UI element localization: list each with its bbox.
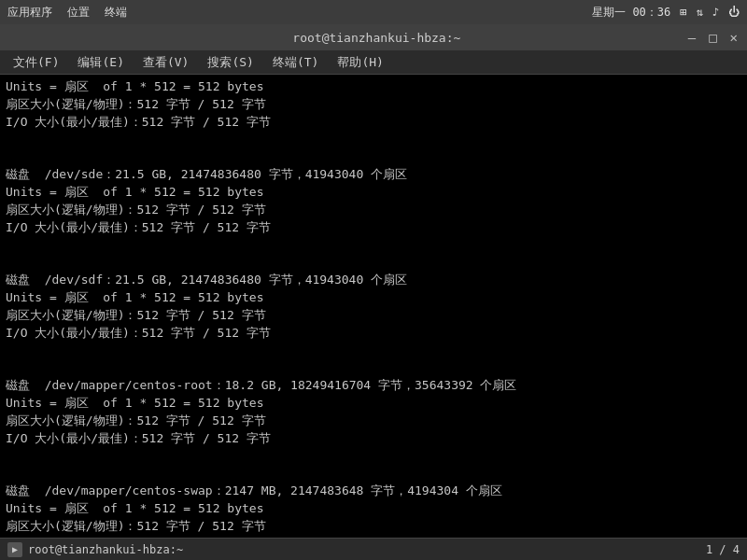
terminal-line: I/O 大小(最小/最佳)：512 字节 / 512 字节 [6,325,741,343]
menu-bar: 文件(F) 编辑(E) 查看(V) 搜索(S) 终端(T) 帮助(H) [0,50,747,75]
display-icon: ⊞ [680,6,686,19]
terminal-line: I/O 大小(最小/最佳)：512 字节 / 512 字节 [6,430,741,448]
menu-help[interactable]: 帮助(H) [330,52,390,73]
terminal-line: 扇区大小(逻辑/物理)：512 字节 / 512 字节 [6,202,741,219]
terminal-line: Units = 扇区 of 1 * 512 = 512 bytes [6,289,741,307]
terminal-line [6,360,741,378]
menu-search[interactable]: 搜索(S) [200,52,261,73]
terminal-line [6,237,741,255]
terminal-line: Units = 扇区 of 1 * 512 = 512 bytes [6,78,741,96]
terminal-line: 扇区大小(逻辑/物理)：512 字节 / 512 字节 [6,307,741,325]
terminal-status-label: root@tianzhankui-hbza:~ [28,543,183,556]
terminal-line [6,254,741,272]
network-icon: ⇅ [697,6,703,19]
terminal-line: 磁盘 /dev/sde：21.5 GB, 21474836480 字节，4194… [6,166,741,184]
terminal-line: 磁盘 /dev/mapper/centos-swap：2147 MB, 2147… [6,483,741,500]
minimize-button[interactable]: — [688,30,696,45]
menu-edit[interactable]: 编辑(E) [70,52,131,73]
terminal-line [6,466,741,483]
menu-terminal[interactable]: 终端(T) [265,52,326,73]
terminal-line: Units = 扇区 of 1 * 512 = 512 bytes [6,395,741,413]
menu-file[interactable]: 文件(F) [6,52,66,73]
app-menu[interactable]: 应用程序 [7,5,52,21]
terminal-line: 扇区大小(逻辑/物理)：512 字节 / 512 字节 [6,413,741,430]
terminal-line: 扇区大小(逻辑/物理)：512 字节 / 512 字节 [6,96,741,114]
top-bar-left: 应用程序 位置 终端 [7,5,127,21]
datetime-display: 星期一 00：36 [592,5,670,21]
title-bar: root@tianzhankui-hbza:~ — □ ✕ [0,24,747,50]
volume-icon: ♪ [712,6,719,19]
top-bar-right: 星期一 00：36 ⊞ ⇅ ♪ ⏻ [592,5,740,21]
terminal-content[interactable]: Units = 扇区 of 1 * 512 = 512 bytes扇区大小(逻辑… [0,75,747,538]
maximize-button[interactable]: □ [709,30,716,45]
top-system-bar: 应用程序 位置 终端 星期一 00：36 ⊞ ⇅ ♪ ⏻ [0,0,747,24]
terminal-menu[interactable]: 终端 [105,5,127,21]
terminal-line: Units = 扇区 of 1 * 512 = 512 bytes [6,500,741,518]
terminal-status-icon: ▶ [7,542,22,557]
location-menu[interactable]: 位置 [67,5,90,21]
terminal-line [6,132,741,149]
terminal-line [6,448,741,466]
window-controls: — □ ✕ [688,30,738,45]
terminal-line: 扇区大小(逻辑/物理)：512 字节 / 512 字节 [6,518,741,536]
status-left: ▶ root@tianzhankui-hbza:~ [7,542,183,557]
terminal-line: I/O 大小(最小/最佳)：512 字节 / 512 字节 [6,114,741,132]
menu-view[interactable]: 查看(V) [135,52,196,73]
page-indicator: 1 / 4 [706,543,740,556]
terminal-line: 磁盘 /dev/sdf：21.5 GB, 21474836480 字节，4194… [6,272,741,289]
terminal-line [6,343,741,360]
window-title: root@tianzhankui-hbza:~ [65,31,688,45]
terminal-line [6,148,741,166]
status-bar: ▶ root@tianzhankui-hbza:~ 1 / 4 [0,538,747,560]
terminal-line: Units = 扇区 of 1 * 512 = 512 bytes [6,184,741,202]
terminal-line: I/O 大小(最小/最佳)：512 字节 / 512 字节 [6,219,741,237]
terminal-line: 磁盘 /dev/mapper/centos-root：18.2 GB, 1824… [6,377,741,395]
terminal-window: root@tianzhankui-hbza:~ — □ ✕ 文件(F) 编辑(E… [0,24,747,560]
power-icon[interactable]: ⏻ [728,6,740,19]
close-button[interactable]: ✕ [730,30,738,45]
